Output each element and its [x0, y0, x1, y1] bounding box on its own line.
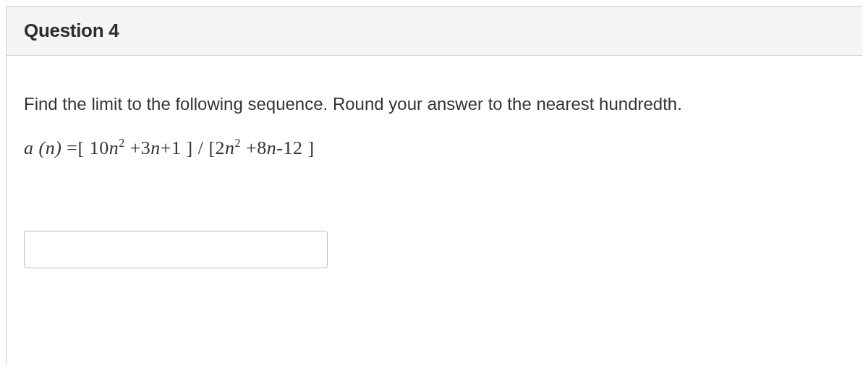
- answer-input[interactable]: [24, 231, 328, 268]
- question-title: Question 4: [24, 20, 845, 42]
- question-body: Find the limit to the following sequence…: [7, 56, 862, 286]
- question-formula: a (n) =[ 10n2 +3n+1 ] / [2n2 +8n-12 ]: [24, 137, 845, 159]
- question-header: Question 4: [7, 7, 862, 56]
- question-prompt: Find the limit to the following sequence…: [24, 92, 845, 116]
- question-container: Question 4 Find the limit to the followi…: [6, 6, 862, 365]
